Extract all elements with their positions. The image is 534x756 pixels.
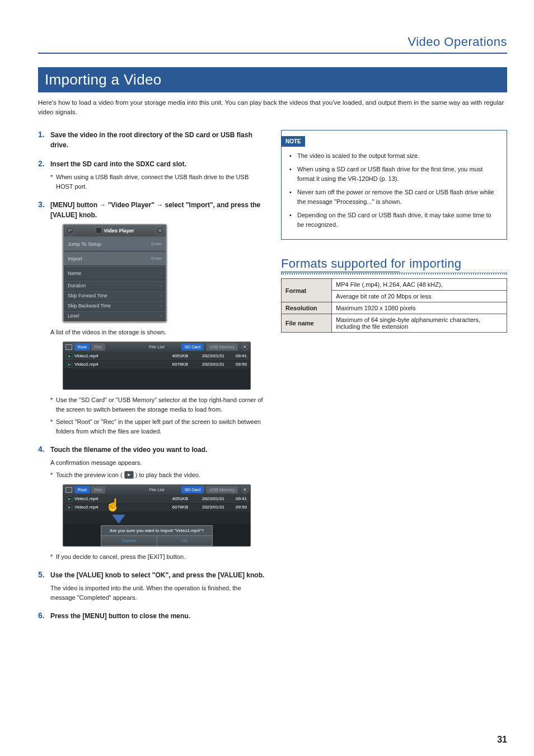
file-row[interactable]: ▶ Video1.mp4 4051KB 2023/01/31 09:41 ☝ bbox=[63, 495, 250, 503]
file-list-ui-confirm: Root Rec File List SD Card USB Memory ✕ bbox=[63, 484, 251, 547]
play-icon[interactable]: ▶ bbox=[67, 353, 72, 359]
note-label: NOTE bbox=[282, 136, 305, 147]
step-3-after: A list of the videos in the storage is s… bbox=[50, 328, 265, 337]
src-usb[interactable]: USB Memory bbox=[206, 486, 238, 493]
vp-row-skipfwd[interactable]: Skip Forward Time– bbox=[64, 291, 166, 301]
preview-icon bbox=[124, 471, 134, 479]
step-4-text: Touch the filename of the video you want… bbox=[50, 445, 265, 455]
td-resolution: Maximum 1920 x 1080 pixels bbox=[332, 302, 507, 314]
th-resolution: Resolution bbox=[282, 302, 332, 314]
src-sdcard[interactable]: SD Card bbox=[181, 343, 204, 351]
video-player-ui: ↶ Video Player ✕ Jump To SetupEnter Impo… bbox=[63, 224, 167, 322]
note-item: Never turn off the power or remove the S… bbox=[297, 188, 499, 207]
step-5-after: The video is imported into the unit. Whe… bbox=[50, 584, 265, 603]
step-5-text: Use the [VALUE] knob to select "OK", and… bbox=[50, 570, 265, 580]
formats-table: Format MP4 File (.mp4), H.264, AAC (48 k… bbox=[281, 278, 507, 333]
th-filename: File name bbox=[282, 314, 332, 333]
formats-heading: Formats supported for importing bbox=[281, 256, 507, 271]
step-2-text: Insert the SD card into the SDXC card sl… bbox=[50, 159, 265, 169]
play-icon[interactable]: ▶ bbox=[67, 505, 72, 510]
back-icon[interactable]: ↶ bbox=[65, 227, 74, 235]
step-4-sub2: If you decide to cancel, press the [EXIT… bbox=[56, 552, 185, 562]
vp-title: Video Player bbox=[104, 228, 134, 234]
confirm-dialog: Are you sure you want to import "Video1.… bbox=[101, 525, 213, 546]
src-sdcard[interactable]: SD Card bbox=[181, 486, 204, 493]
vp-row-name[interactable]: Name– bbox=[64, 266, 166, 281]
close-icon[interactable]: ✕ bbox=[156, 227, 164, 235]
note-item: Depending on the SD card or USB flash dr… bbox=[297, 211, 499, 230]
section-header: Video Operations bbox=[38, 35, 507, 53]
heading-underline bbox=[281, 272, 507, 273]
step-3-num: 3. bbox=[38, 200, 50, 439]
file-list-ui: Root Rec File List SD Card USB Memory ✕ bbox=[63, 342, 251, 390]
play-icon[interactable]: ▶ bbox=[67, 362, 72, 367]
cancel-button[interactable]: Cancel bbox=[101, 536, 157, 545]
play-icon[interactable]: ▶ bbox=[67, 496, 72, 502]
page-number: 31 bbox=[497, 735, 507, 745]
videoplayer-icon bbox=[96, 227, 102, 234]
step-1-text: Save the video in the root directory of … bbox=[50, 130, 265, 150]
ok-button[interactable]: OK bbox=[157, 536, 213, 545]
th-format: Format bbox=[282, 279, 332, 302]
file-row[interactable]: ▶ Video1.mp4 4051KB 2023/01/31 09:41 bbox=[63, 352, 250, 361]
step-3-sub2: Select "Root" or "Rec" in the upper left… bbox=[56, 417, 265, 436]
step-4-after: A confirmation message appears. bbox=[50, 458, 265, 468]
close-icon[interactable]: ✕ bbox=[241, 343, 249, 351]
file-row[interactable]: ▶ Video2.mp4 6076KB 2023/01/31 09:50 bbox=[63, 361, 250, 369]
vp-row-level[interactable]: Level– bbox=[64, 311, 166, 321]
td-filename: Maximum of 64 single-byte alphanumeric c… bbox=[332, 314, 507, 333]
note-item: The video is scaled to the output format… bbox=[297, 151, 419, 161]
step-6-text: Press the [MENU] button to close the men… bbox=[50, 611, 265, 621]
vp-row-duration[interactable]: Duration– bbox=[64, 281, 166, 291]
step-4-num: 4. bbox=[38, 445, 50, 564]
vp-row-jump[interactable]: Jump To SetupEnter bbox=[64, 237, 166, 251]
page-title: Importing a Video bbox=[38, 67, 507, 92]
td-format-1: MP4 File (.mp4), H.264, AAC (48 kHZ), bbox=[332, 279, 507, 291]
step-2-sub: When using a USB flash drive, connect th… bbox=[56, 172, 265, 192]
intro-text: Here's how to load a video from your sto… bbox=[38, 98, 507, 118]
vp-row-import[interactable]: ImportEnter bbox=[64, 251, 166, 266]
step-1-num: 1. bbox=[38, 130, 50, 153]
step-5-num: 5. bbox=[38, 570, 50, 605]
td-format-2: Average bit rate of 20 Mbps or less bbox=[332, 291, 507, 302]
close-icon[interactable]: ✕ bbox=[241, 486, 249, 493]
vp-row-skipback[interactable]: Skip Backward Time– bbox=[64, 301, 166, 311]
note-box: NOTE The video is scaled to the output f… bbox=[281, 130, 507, 240]
step-3-sub1: Use the "SD Card" or "USB Memory" select… bbox=[56, 395, 265, 414]
step-3-text: [MENU] button → "Video Player" → select … bbox=[50, 200, 265, 220]
step-2-num: 2. bbox=[38, 159, 50, 194]
step-6-num: 6. bbox=[38, 611, 50, 624]
dialog-message: Are you sure you want to import "Video1.… bbox=[101, 526, 212, 535]
src-usb[interactable]: USB Memory bbox=[206, 343, 238, 351]
file-row[interactable]: ▶ Video2.mp4 6076KB 2023/01/31 09:50 bbox=[63, 503, 250, 512]
note-item: When using a SD card or USB flash drive … bbox=[297, 165, 499, 184]
